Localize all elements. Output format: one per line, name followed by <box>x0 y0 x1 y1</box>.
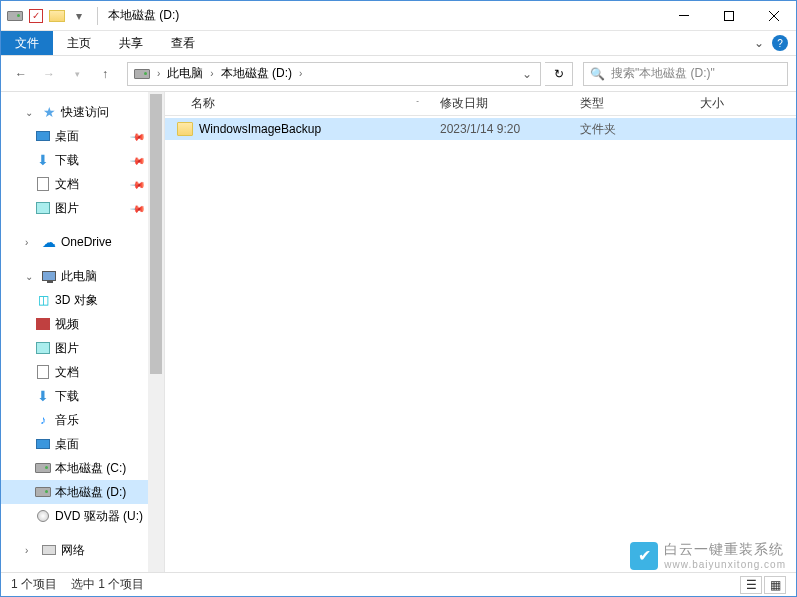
sidebar-item-quick-access[interactable]: ⌄★快速访问 <box>1 100 164 124</box>
file-list[interactable]: WindowsImageBackup 2023/1/14 9:20 文件夹 <box>165 116 796 572</box>
view-icons-button[interactable]: ▦ <box>764 576 786 594</box>
address-bar[interactable]: › 此电脑 › 本地磁盘 (D:) › ⌄ <box>127 62 541 86</box>
back-button[interactable]: ← <box>9 62 33 86</box>
main-area: ⌄★快速访问 桌面📌 ⬇下载📌 文档📌 图片📌 ›☁OneDrive ⌄此电脑 … <box>1 92 796 572</box>
chevron-right-icon[interactable]: › <box>296 68 305 79</box>
svg-rect-0 <box>679 15 689 16</box>
status-selected-count: 选中 1 个项目 <box>71 576 144 593</box>
drive-icon <box>35 460 51 476</box>
cloud-icon: ☁ <box>41 234 57 250</box>
expand-icon[interactable]: › <box>25 545 37 556</box>
navbar: ← → ▾ ↑ › 此电脑 › 本地磁盘 (D:) › ⌄ ↻ 🔍 搜索"本地磁… <box>1 56 796 92</box>
pin-icon: 📌 <box>130 128 146 144</box>
address-dropdown-icon[interactable]: ⌄ <box>516 67 538 81</box>
sidebar-scrollbar[interactable] <box>148 92 164 572</box>
sidebar-item-onedrive[interactable]: ›☁OneDrive <box>1 230 164 254</box>
file-name-cell: WindowsImageBackup <box>165 122 430 136</box>
file-type-cell: 文件夹 <box>570 121 690 138</box>
sidebar-item-desktop2[interactable]: 桌面 <box>1 432 164 456</box>
qat-dropdown-icon[interactable]: ▾ <box>71 8 87 24</box>
sidebar-item-downloads2[interactable]: ⬇下载 <box>1 384 164 408</box>
watermark-logo-icon: ✔ <box>630 542 658 570</box>
search-placeholder: 搜索"本地磁盘 (D:)" <box>611 65 715 82</box>
network-icon <box>41 542 57 558</box>
tab-share[interactable]: 共享 <box>105 31 157 55</box>
file-date-cell: 2023/1/14 9:20 <box>430 122 570 136</box>
scrollbar-thumb[interactable] <box>150 94 162 374</box>
pin-icon: 📌 <box>130 176 146 192</box>
expand-icon[interactable]: ⌄ <box>25 107 37 118</box>
ribbon-tabs: 文件 主页 共享 查看 ⌄ ? <box>1 31 796 56</box>
sidebar-item-documents[interactable]: 文档📌 <box>1 172 164 196</box>
close-button[interactable] <box>751 1 796 31</box>
ribbon-expand-icon[interactable]: ⌄ <box>754 36 764 50</box>
sidebar-item-music[interactable]: ♪音乐 <box>1 408 164 432</box>
picture-icon <box>35 200 51 216</box>
sidebar: ⌄★快速访问 桌面📌 ⬇下载📌 文档📌 图片📌 ›☁OneDrive ⌄此电脑 … <box>1 92 165 572</box>
minimize-button[interactable] <box>661 1 706 31</box>
forward-button[interactable]: → <box>37 62 61 86</box>
desktop-icon <box>35 128 51 144</box>
sidebar-item-pictures2[interactable]: 图片 <box>1 336 164 360</box>
column-header-date[interactable]: 修改日期 <box>430 95 570 112</box>
expand-icon[interactable]: › <box>25 237 37 248</box>
help-icon[interactable]: ? <box>772 35 788 51</box>
chevron-right-icon[interactable]: › <box>207 68 216 79</box>
download-icon: ⬇ <box>35 152 51 168</box>
sidebar-item-thispc[interactable]: ⌄此电脑 <box>1 264 164 288</box>
sidebar-item-videos[interactable]: 视频 <box>1 312 164 336</box>
dvd-icon <box>35 508 51 524</box>
tab-file[interactable]: 文件 <box>1 31 53 55</box>
sidebar-item-drive-c[interactable]: 本地磁盘 (C:) <box>1 456 164 480</box>
file-name: WindowsImageBackup <box>199 122 321 136</box>
quick-access-toolbar: ✓ ▾ <box>1 8 93 24</box>
tab-home[interactable]: 主页 <box>53 31 105 55</box>
sidebar-item-drive-d[interactable]: 本地磁盘 (D:) <box>1 480 164 504</box>
breadcrumb-pc[interactable]: 此电脑 <box>163 65 207 82</box>
search-input[interactable]: 🔍 搜索"本地磁盘 (D:)" <box>583 62 788 86</box>
maximize-button[interactable] <box>706 1 751 31</box>
expand-icon[interactable]: ⌄ <box>25 271 37 282</box>
sidebar-item-desktop[interactable]: 桌面📌 <box>1 124 164 148</box>
drive-icon <box>35 484 51 500</box>
sidebar-item-pictures[interactable]: 图片📌 <box>1 196 164 220</box>
watermark: ✔ 白云一键重装系统 www.baiyunxitong.com <box>630 541 786 570</box>
search-icon: 🔍 <box>590 67 605 81</box>
video-icon <box>35 316 51 332</box>
recent-dropdown-icon[interactable]: ▾ <box>65 62 89 86</box>
column-header-type[interactable]: 类型 <box>570 95 690 112</box>
view-details-button[interactable]: ☰ <box>740 576 762 594</box>
tab-view[interactable]: 查看 <box>157 31 209 55</box>
svg-rect-1 <box>724 11 733 20</box>
sidebar-item-3d[interactable]: ◫3D 对象 <box>1 288 164 312</box>
view-switcher: ☰ ▦ <box>740 576 786 594</box>
breadcrumb-drive[interactable]: 本地磁盘 (D:) <box>217 65 296 82</box>
column-header-name[interactable]: 名称 ˆ <box>165 95 430 112</box>
checkbox-icon[interactable]: ✓ <box>29 9 43 23</box>
sidebar-item-network[interactable]: ›网络 <box>1 538 164 562</box>
music-icon: ♪ <box>35 412 51 428</box>
sidebar-item-documents2[interactable]: 文档 <box>1 360 164 384</box>
sort-indicator-icon: ˆ <box>416 99 419 108</box>
up-button[interactable]: ↑ <box>93 62 117 86</box>
file-row[interactable]: WindowsImageBackup 2023/1/14 9:20 文件夹 <box>165 118 796 140</box>
watermark-brand: 白云一键重装系统 <box>664 541 786 559</box>
refresh-button[interactable]: ↻ <box>545 62 573 86</box>
titlebar: ✓ ▾ 本地磁盘 (D:) <box>1 1 796 31</box>
star-icon: ★ <box>41 104 57 120</box>
ribbon-right: ⌄ ? <box>754 31 796 55</box>
desktop-icon <box>35 436 51 452</box>
watermark-url: www.baiyunxitong.com <box>664 559 786 570</box>
sidebar-item-downloads[interactable]: ⬇下载📌 <box>1 148 164 172</box>
drive-icon <box>7 8 23 24</box>
column-header-size[interactable]: 大小 <box>690 95 770 112</box>
picture-icon <box>35 340 51 356</box>
chevron-right-icon[interactable]: › <box>154 68 163 79</box>
window-title: 本地磁盘 (D:) <box>102 7 661 24</box>
content-area: 名称 ˆ 修改日期 类型 大小 WindowsImageBackup 2023/… <box>165 92 796 572</box>
sidebar-item-dvd[interactable]: DVD 驱动器 (U:) <box>1 504 164 528</box>
breadcrumb-root[interactable] <box>130 69 154 79</box>
folder-icon <box>49 8 65 24</box>
title-separator <box>97 7 98 25</box>
document-icon <box>35 176 51 192</box>
